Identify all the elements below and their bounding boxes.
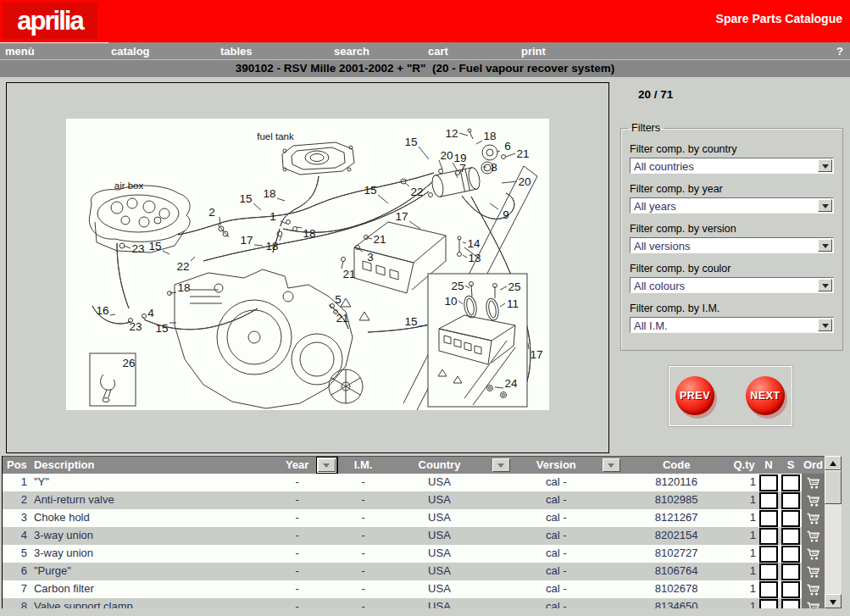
parts-diagram[interactable]: air boxfuel tank121862120197820915152217… bbox=[66, 119, 549, 410]
n-checkbox[interactable] bbox=[759, 599, 778, 609]
filter-field: Filter comp. by version All versions bbox=[621, 223, 842, 253]
cart-icon[interactable] bbox=[806, 601, 820, 609]
chevron-down-icon[interactable] bbox=[818, 239, 832, 252]
scroll-up-button[interactable] bbox=[825, 456, 842, 470]
catalogue-title: Spare Parts Catalogue bbox=[716, 12, 842, 25]
cart-icon[interactable] bbox=[806, 476, 820, 490]
chevron-down-icon[interactable] bbox=[818, 279, 832, 291]
table-header-row: Pos Description Year I.M. Country Versio… bbox=[3, 456, 842, 474]
menu-item-men[interactable]: menù bbox=[5, 45, 35, 58]
table-row[interactable]: 4 3-way union - - USA cal - 8202154 1 bbox=[3, 527, 842, 545]
table-vertical-scrollbar[interactable] bbox=[825, 456, 842, 608]
cell-n bbox=[758, 509, 780, 527]
callout-21: 21 bbox=[342, 268, 355, 280]
filter-dropdown[interactable]: All colours bbox=[630, 277, 834, 293]
cell-n bbox=[758, 491, 780, 509]
chevron-down-icon[interactable] bbox=[818, 199, 832, 212]
cell-ord[interactable] bbox=[802, 545, 825, 563]
n-checkbox[interactable] bbox=[759, 581, 778, 598]
cart-icon[interactable] bbox=[806, 530, 820, 543]
filter-selected-value: All versions bbox=[634, 240, 690, 253]
col-header-qty: Q.ty bbox=[731, 457, 758, 474]
s-checkbox[interactable] bbox=[781, 492, 800, 509]
n-checkbox[interactable] bbox=[759, 474, 778, 491]
s-checkbox[interactable] bbox=[781, 581, 800, 598]
cart-icon[interactable] bbox=[806, 512, 820, 525]
cart-icon[interactable] bbox=[806, 547, 820, 561]
filter-label: Filter comp. by year bbox=[630, 183, 834, 195]
table-row[interactable]: 3 Choke hold - - USA cal - 8121267 1 bbox=[3, 509, 842, 527]
callout-18: 18 bbox=[303, 227, 315, 240]
cell-n bbox=[758, 563, 780, 580]
n-checkbox[interactable] bbox=[759, 492, 778, 509]
country-filter-cell bbox=[490, 457, 512, 474]
filter-field: Filter comp. by I.M. All I.M. bbox=[621, 302, 842, 333]
cell-qty: 1 bbox=[731, 563, 758, 580]
table-row[interactable]: 2 Anti-return valve - - USA cal - 810298… bbox=[3, 491, 842, 509]
cell-country: USA bbox=[389, 491, 491, 509]
table-row[interactable]: 6 "Purge" - - USA cal - 8106764 1 bbox=[3, 563, 842, 580]
year-filter-button[interactable] bbox=[318, 458, 336, 472]
cell-qty: 1 bbox=[731, 545, 758, 563]
filter-dropdown[interactable]: All versions bbox=[630, 237, 834, 253]
cart-icon[interactable] bbox=[806, 583, 820, 597]
menu-item-catalog[interactable]: catalog bbox=[111, 45, 150, 58]
cell-ord[interactable] bbox=[802, 563, 825, 580]
country-filter-button[interactable] bbox=[492, 458, 510, 472]
cart-icon[interactable] bbox=[806, 565, 820, 579]
n-checkbox[interactable] bbox=[759, 510, 778, 527]
filter-dropdown[interactable]: All I.M. bbox=[630, 317, 834, 333]
cart-icon[interactable] bbox=[806, 494, 820, 508]
cell-pos: 5 bbox=[3, 545, 30, 563]
s-checkbox[interactable] bbox=[781, 474, 800, 491]
menu-item-tables[interactable]: tables bbox=[220, 45, 253, 58]
filter-dropdown[interactable]: All years bbox=[630, 197, 834, 214]
prev-button[interactable]: PREV bbox=[675, 376, 714, 415]
s-checkbox[interactable] bbox=[781, 510, 800, 527]
callout-4: 4 bbox=[147, 307, 154, 319]
table-row[interactable]: 8 Valve support clamp - - USA cal - 8134… bbox=[3, 598, 842, 608]
s-checkbox[interactable] bbox=[781, 599, 800, 609]
table-row[interactable]: 7 Carbon filter - - USA cal - 8102678 1 bbox=[3, 580, 842, 598]
cell-ord[interactable] bbox=[802, 474, 825, 491]
menu-item-search[interactable]: search bbox=[334, 45, 369, 58]
scroll-thumb[interactable] bbox=[825, 470, 842, 504]
cell-country: USA bbox=[389, 598, 491, 608]
cell-ord[interactable] bbox=[802, 598, 825, 608]
cell-ord[interactable] bbox=[802, 509, 825, 527]
menu-item-cart[interactable]: cart bbox=[428, 45, 448, 58]
callout-6: 6 bbox=[504, 140, 511, 153]
cell-description: 3-way union bbox=[30, 527, 279, 545]
table-row[interactable]: 1 "Y" - - USA cal - 8120116 1 bbox=[3, 474, 842, 491]
year-filter-cell bbox=[316, 457, 338, 474]
s-checkbox[interactable] bbox=[781, 563, 800, 580]
cell-ord[interactable] bbox=[802, 527, 825, 545]
callout-23: 23 bbox=[131, 242, 144, 255]
filter-label: Filter comp. by country bbox=[630, 143, 834, 155]
callout-22: 22 bbox=[410, 186, 423, 198]
version-filter-button[interactable] bbox=[603, 458, 620, 472]
chevron-down-icon[interactable] bbox=[818, 319, 832, 331]
n-checkbox[interactable] bbox=[759, 546, 778, 563]
cell-country: USA bbox=[389, 545, 491, 563]
filter-dropdown[interactable]: All countries bbox=[630, 158, 834, 174]
chevron-down-icon[interactable] bbox=[818, 159, 832, 172]
menu-tab-highlight bbox=[0, 42, 108, 43]
menu-item-print[interactable]: print bbox=[521, 45, 546, 58]
cell-version: cal - bbox=[512, 580, 600, 598]
scroll-down-button[interactable] bbox=[825, 594, 842, 608]
n-checkbox[interactable] bbox=[759, 563, 778, 580]
callout-7: 7 bbox=[459, 162, 466, 175]
s-checkbox[interactable] bbox=[781, 546, 800, 563]
col-header-ord: Ord bbox=[802, 457, 825, 474]
cell-version: cal - bbox=[512, 509, 600, 527]
n-checkbox[interactable] bbox=[759, 528, 778, 545]
cell-description: Choke hold bbox=[30, 509, 279, 527]
cell-ord[interactable] bbox=[802, 580, 825, 598]
fuel-tank-drawing bbox=[282, 142, 354, 175]
cell-ord[interactable] bbox=[802, 491, 825, 509]
s-checkbox[interactable] bbox=[781, 528, 800, 545]
table-row[interactable]: 5 3-way union - - USA cal - 8102727 1 bbox=[3, 545, 842, 563]
help-menu-item[interactable]: ? bbox=[836, 45, 843, 58]
next-button[interactable]: NEXT bbox=[746, 376, 785, 415]
